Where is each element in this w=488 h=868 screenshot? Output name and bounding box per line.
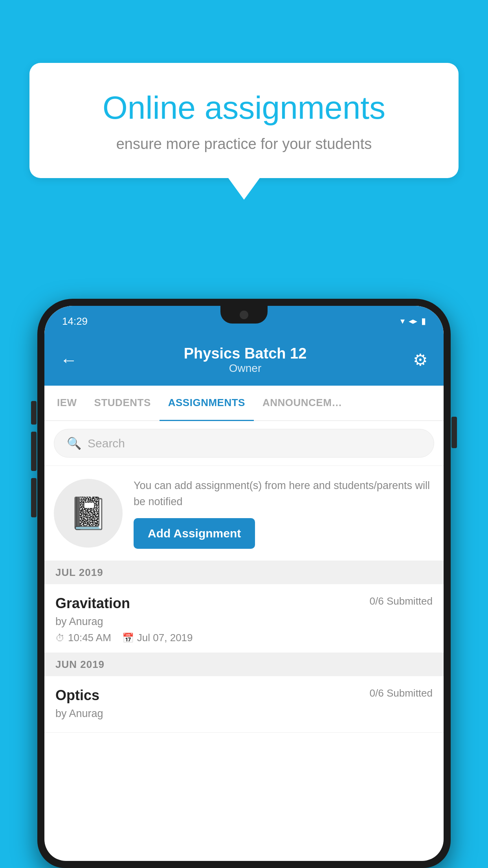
promo-section: 📓 You can add assignment(s) from here an… (44, 466, 444, 561)
camera (240, 311, 248, 319)
batch-subtitle: Owner (184, 362, 307, 375)
screen-content: 🔍 Search 📓 You can add assignment(s) fro… (44, 421, 444, 861)
speech-bubble-arrow (228, 178, 260, 200)
speech-bubble: Online assignments ensure more practice … (29, 63, 459, 178)
power-button (31, 401, 37, 425)
clock-icon: ⏱ (55, 633, 65, 644)
search-input[interactable]: Search (88, 437, 125, 450)
search-container: 🔍 Search (44, 421, 444, 466)
assignment-gravitation[interactable]: Gravitation 0/6 Submitted by Anurag ⏱ 10… (44, 584, 444, 653)
header-center: Physics Batch 12 Owner (184, 345, 307, 375)
section-jun-2019: JUN 2019 (44, 653, 444, 676)
battery-icon: ▮ (421, 316, 426, 326)
volume-up-button (31, 432, 37, 471)
assignment-top-row: Gravitation 0/6 Submitted (55, 595, 433, 612)
settings-button[interactable]: ⚙ (413, 350, 428, 370)
meta-date: 📅 Jul 07, 2019 (122, 632, 193, 644)
assignment-time: 10:45 AM (68, 632, 111, 644)
left-side-buttons (31, 401, 37, 517)
volume-down-button (31, 478, 37, 517)
assignment-submitted: 0/6 Submitted (370, 595, 433, 607)
status-bar: 14:29 ▾ ◂▸ ▮ (44, 306, 444, 337)
calendar-icon: 📅 (122, 633, 134, 644)
add-assignment-button[interactable]: Add Assignment (134, 518, 255, 549)
tab-announcements[interactable]: ANNOUNCEM… (254, 386, 351, 421)
optics-submitted: 0/6 Submitted (370, 687, 433, 699)
back-button[interactable]: ← (60, 350, 77, 370)
tabs-bar: IEW STUDENTS ASSIGNMENTS ANNOUNCEM… (44, 386, 444, 421)
optics-title: Optics (55, 687, 99, 704)
tab-assignments[interactable]: ASSIGNMENTS (160, 386, 254, 421)
status-icons: ▾ ◂▸ ▮ (400, 316, 426, 326)
right-button (451, 417, 457, 448)
batch-title: Physics Batch 12 (184, 345, 307, 362)
meta-time: ⏱ 10:45 AM (55, 632, 111, 644)
assignment-meta: ⏱ 10:45 AM 📅 Jul 07, 2019 (55, 632, 433, 644)
optics-author: by Anurag (55, 708, 433, 720)
wifi-icon: ▾ (400, 316, 405, 326)
assignment-optics[interactable]: Optics 0/6 Submitted by Anurag (44, 676, 444, 733)
speech-bubble-container: Online assignments ensure more practice … (29, 63, 459, 200)
assignment-title: Gravitation (55, 595, 130, 612)
optics-top-row: Optics 0/6 Submitted (55, 687, 433, 704)
speech-bubble-subtitle: ensure more practice for your students (57, 136, 431, 153)
assignment-author: by Anurag (55, 616, 433, 628)
search-icon: 🔍 (67, 436, 81, 450)
promo-content: You can add assignment(s) from here and … (134, 478, 434, 549)
section-jul-2019: JUL 2019 (44, 561, 444, 584)
search-box[interactable]: 🔍 Search (54, 429, 434, 458)
status-time: 14:29 (62, 315, 88, 327)
tab-iew[interactable]: IEW (48, 386, 86, 421)
right-side-buttons (451, 417, 457, 448)
tab-students[interactable]: STUDENTS (86, 386, 160, 421)
phone-screen: 14:29 ▾ ◂▸ ▮ ← Physics Batch 12 Owner ⚙ (44, 306, 444, 861)
app-header: ← Physics Batch 12 Owner ⚙ (44, 337, 444, 386)
phone-mockup: 14:29 ▾ ◂▸ ▮ ← Physics Batch 12 Owner ⚙ (37, 299, 451, 868)
signal-icon: ◂▸ (409, 316, 417, 326)
notebook-icon: 📓 (69, 495, 108, 532)
assignment-date: Jul 07, 2019 (137, 632, 193, 644)
speech-bubble-title: Online assignments (57, 88, 431, 127)
promo-icon-circle: 📓 (54, 479, 123, 548)
notch (220, 306, 268, 324)
promo-text: You can add assignment(s) from here and … (134, 478, 434, 509)
